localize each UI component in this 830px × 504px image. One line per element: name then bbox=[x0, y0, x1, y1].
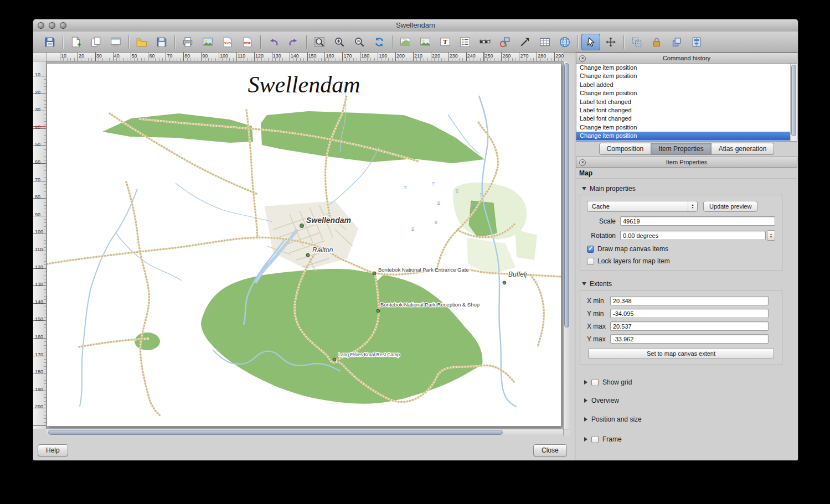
move-item-content-button[interactable] bbox=[601, 34, 620, 50]
group-position-and-size[interactable]: Position and size bbox=[584, 414, 798, 424]
lock-items-icon bbox=[651, 36, 663, 48]
ruler-mark: 50 bbox=[35, 142, 40, 147]
disclosure-triangle-icon[interactable] bbox=[584, 417, 587, 422]
extent-field-input[interactable] bbox=[610, 296, 769, 305]
refresh-view-button[interactable] bbox=[370, 34, 389, 50]
history-item[interactable]: Label font changed bbox=[576, 115, 797, 123]
ruler-mark: 270 bbox=[520, 53, 528, 59]
history-item[interactable]: Label added bbox=[576, 81, 797, 89]
new-composition-button[interactable] bbox=[66, 34, 85, 50]
close-panel-icon[interactable]: ✕ bbox=[579, 159, 586, 166]
group-frame[interactable]: Frame bbox=[584, 434, 798, 444]
history-item[interactable]: Label font changed bbox=[576, 106, 797, 115]
save-project-button[interactable] bbox=[40, 34, 59, 50]
ruler-mark: 80 bbox=[35, 194, 40, 200]
lock-items-button[interactable] bbox=[647, 34, 666, 50]
disclosure-triangle-icon[interactable] bbox=[582, 187, 586, 190]
toolbar-separator bbox=[623, 35, 624, 49]
print-button[interactable] bbox=[178, 34, 197, 50]
draw-map-canvas-items-checkbox[interactable] bbox=[587, 246, 594, 253]
align-items-button[interactable] bbox=[687, 34, 706, 50]
tab-atlas-generation[interactable]: Atlas generation bbox=[712, 143, 775, 155]
add-shape-button[interactable] bbox=[496, 34, 514, 50]
rotation-input[interactable] bbox=[620, 231, 766, 240]
main-properties-header[interactable]: Main properties bbox=[582, 185, 798, 193]
export-image-button[interactable] bbox=[198, 34, 217, 50]
export-svg-button[interactable]: SVG bbox=[218, 34, 237, 50]
load-template-button[interactable] bbox=[132, 34, 151, 50]
add-label-button[interactable]: T bbox=[436, 34, 455, 50]
composer-manager-button[interactable] bbox=[106, 34, 125, 50]
history-item[interactable]: Change item position bbox=[576, 123, 797, 132]
add-arrow-button[interactable] bbox=[515, 34, 534, 50]
item-properties-panel-header: ✕ Item Properties bbox=[576, 157, 797, 168]
composition-canvas[interactable]: Swellendam Railton Bontebok National Par… bbox=[47, 61, 563, 429]
disclosure-triangle-icon[interactable] bbox=[584, 380, 587, 385]
add-html-button[interactable] bbox=[555, 34, 574, 50]
group-checkbox[interactable] bbox=[591, 436, 599, 443]
export-pdf-button[interactable]: PDF bbox=[238, 34, 257, 50]
add-scalebar-button[interactable] bbox=[476, 34, 494, 50]
history-item[interactable]: Change item position bbox=[576, 72, 797, 80]
extent-field-label: Y min bbox=[587, 310, 610, 318]
add-legend-button[interactable] bbox=[456, 34, 475, 50]
extent-field-input[interactable] bbox=[610, 321, 769, 331]
zoom-in-button[interactable] bbox=[330, 34, 349, 50]
close-panel-icon[interactable]: ✕ bbox=[579, 55, 586, 62]
history-item[interactable]: Change item position bbox=[576, 64, 797, 72]
history-item[interactable]: Change item position bbox=[576, 89, 797, 97]
redo-button[interactable] bbox=[284, 34, 303, 50]
cache-mode-dropdown[interactable]: Cache ▲▼ bbox=[587, 201, 698, 212]
zoom-full-button[interactable] bbox=[310, 34, 329, 50]
item-type-label: Map bbox=[576, 168, 797, 179]
disclosure-triangle-icon[interactable] bbox=[584, 398, 587, 403]
add-table-button[interactable] bbox=[535, 34, 554, 50]
undo-icon bbox=[267, 36, 280, 48]
disclosure-triangle-icon[interactable] bbox=[582, 282, 586, 285]
update-preview-button[interactable]: Update preview bbox=[703, 201, 757, 212]
ruler-mark: 180 bbox=[35, 369, 43, 375]
undo-button[interactable] bbox=[264, 34, 283, 50]
ruler-mark: 90 bbox=[35, 212, 40, 217]
raise-items-button[interactable] bbox=[667, 34, 686, 50]
rotation-spinner[interactable]: ▲▼ bbox=[767, 230, 775, 241]
horizontal-scrollbar-thumb[interactable] bbox=[48, 430, 503, 435]
extent-field-input[interactable] bbox=[610, 309, 769, 318]
ruler-mark: 210 bbox=[414, 53, 422, 59]
window-title: Swellendam bbox=[33, 21, 798, 29]
group-checkbox[interactable] bbox=[591, 379, 599, 386]
close-button[interactable]: Close bbox=[533, 444, 567, 456]
spinner-down-icon[interactable]: ▼ bbox=[770, 236, 772, 238]
ruler-mark: 250 bbox=[485, 53, 493, 59]
composer-paper[interactable]: Swellendam Railton Bontebok National Par… bbox=[47, 64, 561, 426]
select-move-item-icon bbox=[585, 36, 597, 48]
select-move-item-button[interactable] bbox=[581, 34, 600, 50]
window-titlebar[interactable]: Swellendam bbox=[33, 19, 798, 32]
add-html-icon bbox=[559, 36, 571, 48]
add-table-icon bbox=[539, 36, 551, 48]
set-to-map-canvas-extent-button[interactable]: Set to map canvas extent bbox=[588, 348, 774, 359]
disclosure-triangle-icon[interactable] bbox=[584, 437, 587, 441]
history-item[interactable]: Change item position bbox=[576, 132, 797, 140]
duplicate-composition-button[interactable] bbox=[86, 34, 105, 50]
zoom-out-button[interactable] bbox=[350, 34, 369, 50]
extents-header[interactable]: Extents bbox=[582, 280, 798, 288]
help-button[interactable]: Help bbox=[38, 444, 68, 456]
tab-composition[interactable]: Composition bbox=[599, 143, 652, 155]
group-show-grid[interactable]: Show grid bbox=[584, 377, 798, 387]
history-scrollbar-thumb[interactable] bbox=[791, 65, 796, 136]
tab-item-properties[interactable]: Item Properties bbox=[651, 143, 711, 155]
lock-layers-checkbox[interactable] bbox=[587, 258, 594, 265]
scale-input[interactable] bbox=[620, 216, 775, 226]
add-map-button[interactable] bbox=[396, 34, 415, 50]
map-item[interactable]: Swellendam Railton Bontebok National Par… bbox=[47, 64, 561, 426]
composer-title-label[interactable]: Swellendam bbox=[248, 72, 360, 97]
history-item[interactable]: Label text changed bbox=[576, 98, 797, 106]
add-image-button[interactable] bbox=[416, 34, 435, 50]
map-label-swellendam: Swellendam bbox=[306, 216, 351, 225]
extent-field-input[interactable] bbox=[610, 334, 769, 344]
group-items-button[interactable] bbox=[627, 34, 646, 50]
group-overview[interactable]: Overview bbox=[584, 396, 798, 406]
vertical-scrollbar-thumb[interactable] bbox=[564, 63, 569, 328]
save-template-button[interactable] bbox=[152, 34, 171, 50]
